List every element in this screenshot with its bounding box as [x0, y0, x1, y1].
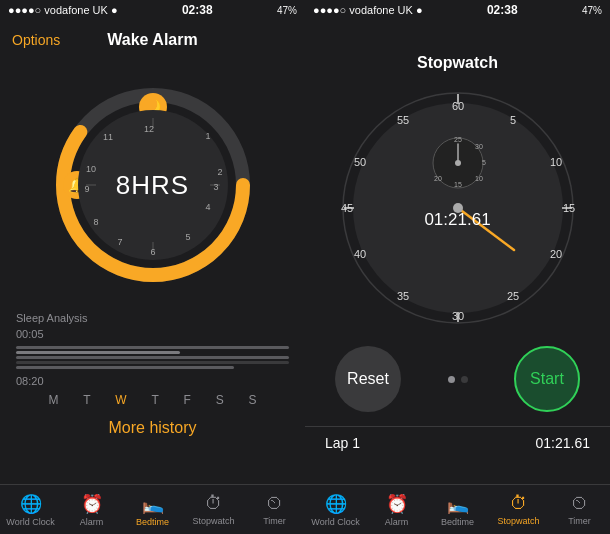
- lap-time: 01:21.61: [536, 435, 591, 451]
- right-status-bar: ●●●●○ vodafone UK ● 02:38 47%: [305, 0, 610, 20]
- left-tab-stopwatch[interactable]: ⏱ Stopwatch: [183, 493, 244, 526]
- left-header: Options Wake Alarm: [0, 20, 305, 60]
- svg-text:25: 25: [506, 290, 518, 302]
- svg-text:15: 15: [454, 181, 462, 188]
- right-title: Stopwatch: [417, 54, 498, 72]
- lap-row: Lap 1 01:21.61: [305, 426, 610, 459]
- right-battery: 47%: [582, 5, 602, 16]
- left-carrier: ●●●●○ vodafone UK ●: [8, 4, 118, 16]
- sleep-bars: [16, 346, 289, 369]
- svg-text:35: 35: [396, 290, 408, 302]
- day-S1: S: [216, 393, 224, 407]
- right-panel: ●●●●○ vodafone UK ● 02:38 47% Stopwatch: [305, 0, 610, 534]
- sw-dots: [448, 376, 468, 383]
- more-history-button[interactable]: More history: [16, 413, 289, 445]
- timer-label-left: Timer: [263, 516, 286, 526]
- svg-text:30: 30: [451, 310, 463, 322]
- svg-text:8: 8: [93, 217, 98, 227]
- sleep-bar-1: [16, 346, 289, 349]
- svg-text:5: 5: [185, 232, 190, 242]
- day-T2: T: [151, 393, 158, 407]
- sleep-time1: 00:05: [16, 328, 289, 340]
- world-clock-icon: 🌐: [20, 493, 42, 515]
- svg-text:10: 10: [475, 175, 483, 182]
- stopwatch-dial: 60 5 10 15 20 25 30 35 40 45 50 55 25 30…: [338, 88, 578, 328]
- bedtime-icon: 🛌: [142, 493, 164, 515]
- svg-text:2: 2: [217, 167, 222, 177]
- svg-text:7: 7: [117, 237, 122, 247]
- clock-area: 🌙 🔔 12 1 2 3: [0, 60, 305, 300]
- timer-icon-left: ⏲: [266, 493, 284, 514]
- svg-text:10: 10: [549, 156, 561, 168]
- right-bedtime-label: Bedtime: [441, 517, 474, 527]
- sleep-time2: 08:20: [16, 375, 289, 387]
- svg-text:3: 3: [213, 182, 218, 192]
- svg-text:6: 6: [150, 247, 155, 257]
- svg-text:12: 12: [143, 124, 153, 134]
- svg-text:40: 40: [353, 248, 365, 260]
- svg-text:45: 45: [340, 202, 352, 214]
- day-M: M: [48, 393, 58, 407]
- svg-text:60: 60: [451, 100, 463, 112]
- right-tab-timer[interactable]: ⏲ Timer: [549, 493, 610, 526]
- svg-text:11: 11: [102, 132, 112, 142]
- left-tab-bedtime[interactable]: 🛌 Bedtime: [122, 493, 183, 527]
- right-tab-stopwatch[interactable]: ⏱ Stopwatch: [488, 493, 549, 526]
- dot-1: [448, 376, 455, 383]
- svg-text:15: 15: [562, 202, 574, 214]
- svg-text:4: 4: [205, 202, 210, 212]
- days-row: M T W T F S S: [16, 387, 289, 413]
- svg-text:5: 5: [509, 114, 515, 126]
- sleep-section: Sleep Analysis 00:05 08:20 M T W T F S S…: [0, 300, 305, 484]
- right-alarm-label: Alarm: [385, 517, 409, 527]
- svg-text:20: 20: [434, 175, 442, 182]
- left-tab-alarm[interactable]: ⏰ Alarm: [61, 493, 122, 527]
- svg-text:50: 50: [353, 156, 365, 168]
- right-alarm-icon: ⏰: [386, 493, 408, 515]
- svg-text:55: 55: [396, 114, 408, 126]
- right-carrier: ●●●●○ vodafone UK ●: [313, 4, 423, 16]
- day-W: W: [115, 393, 126, 407]
- stopwatch-area: 60 5 10 15 20 25 30 35 40 45 50 55 25 30…: [305, 80, 610, 336]
- right-tab-world-clock[interactable]: 🌐 World Clock: [305, 493, 366, 527]
- sleep-bar-4: [16, 361, 289, 364]
- stopwatch-svg: 60 5 10 15 20 25 30 35 40 45 50 55 25 30…: [338, 88, 578, 328]
- start-button[interactable]: Start: [514, 346, 580, 412]
- right-stopwatch-label: Stopwatch: [497, 516, 539, 526]
- svg-text:5: 5: [482, 159, 486, 166]
- right-tab-alarm[interactable]: ⏰ Alarm: [366, 493, 427, 527]
- sleep-label: Sleep Analysis: [16, 312, 289, 324]
- right-tab-bedtime[interactable]: 🛌 Bedtime: [427, 493, 488, 527]
- right-world-clock-label: World Clock: [311, 517, 359, 527]
- day-S2: S: [249, 393, 257, 407]
- left-tab-world-clock[interactable]: 🌐 World Clock: [0, 493, 61, 527]
- right-time: 02:38: [487, 3, 518, 17]
- left-time: 02:38: [182, 3, 213, 17]
- svg-text:30: 30: [475, 143, 483, 150]
- sleep-bar-3: [16, 356, 289, 359]
- stopwatch-time-display: 01:21.61: [424, 210, 490, 230]
- sleep-bar-2: [16, 351, 180, 354]
- left-status-bar: ●●●●○ vodafone UK ● 02:38 47%: [0, 0, 305, 20]
- svg-text:10: 10: [85, 164, 95, 174]
- left-battery: 47%: [277, 5, 297, 16]
- clock-face: 12 1 2 3 4 5 6 7 8 9 10 11 8HRS: [78, 110, 228, 260]
- svg-text:25: 25: [454, 136, 462, 143]
- left-tab-timer[interactable]: ⏲ Timer: [244, 493, 305, 526]
- lap-label: Lap 1: [325, 435, 360, 451]
- alarm-label: Alarm: [80, 517, 104, 527]
- day-T1: T: [83, 393, 90, 407]
- options-button[interactable]: Options: [12, 32, 60, 48]
- day-F: F: [184, 393, 191, 407]
- world-clock-label: World Clock: [6, 517, 54, 527]
- svg-text:1: 1: [205, 131, 210, 141]
- stopwatch-label-left: Stopwatch: [192, 516, 234, 526]
- sleep-bar-5: [16, 366, 234, 369]
- right-tab-bar: 🌐 World Clock ⏰ Alarm 🛌 Bedtime ⏱ Stopwa…: [305, 484, 610, 534]
- left-panel: ●●●●○ vodafone UK ● 02:38 47% Options Wa…: [0, 0, 305, 534]
- alarm-icon: ⏰: [81, 493, 103, 515]
- bedtime-label: Bedtime: [136, 517, 169, 527]
- dot-2: [461, 376, 468, 383]
- ring-container: 🌙 🔔 12 1 2 3: [53, 85, 253, 285]
- reset-button[interactable]: Reset: [335, 346, 401, 412]
